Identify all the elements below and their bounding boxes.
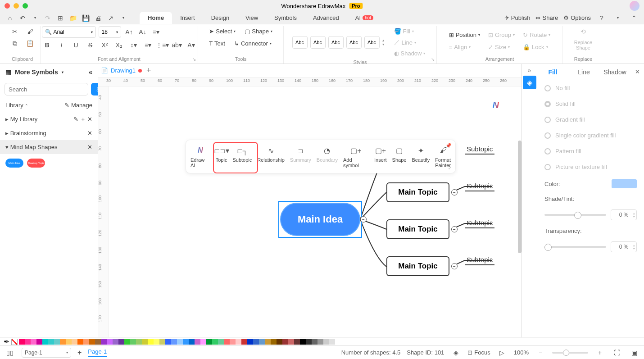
line-tab[interactable]: Line: [568, 68, 599, 76]
color-swatch[interactable]: [288, 339, 294, 345]
color-swatch[interactable]: [224, 339, 230, 345]
collapse-ribbon-icon[interactable]: ⌃: [629, 13, 639, 23]
increase-font-icon[interactable]: A↑: [124, 27, 135, 37]
no-fill-option[interactable]: No fill: [537, 80, 644, 96]
color-swatch[interactable]: [31, 339, 36, 345]
beautify-button[interactable]: ✦Beautify: [412, 144, 430, 163]
color-swatch[interactable]: [218, 339, 224, 345]
position-dropdown[interactable]: ⊞Position▾: [446, 30, 483, 40]
shade-value[interactable]: 0 %: [611, 209, 637, 220]
zoom-in-icon[interactable]: +: [594, 347, 605, 358]
shade-slider[interactable]: [544, 214, 606, 216]
edraw-ai-button[interactable]: NEdraw AI: [190, 144, 210, 168]
subtopic-button[interactable]: ⊏┐Subtopic: [232, 144, 252, 163]
font-color-icon[interactable]: A▾: [186, 40, 197, 50]
add-symbol-button[interactable]: ▢+Add symbol: [343, 144, 369, 168]
share-button[interactable]: ⇔Share: [535, 14, 558, 21]
save-icon[interactable]: 💾: [80, 13, 91, 23]
color-swatch[interactable]: [60, 339, 66, 345]
tab-view[interactable]: View: [237, 12, 266, 24]
tab-home[interactable]: Home: [140, 12, 172, 24]
subscript-icon[interactable]: X₂: [114, 40, 125, 50]
fill-dropdown[interactable]: 🪣Fill▾: [391, 26, 428, 36]
select-tool[interactable]: ➤Select▾: [206, 26, 238, 36]
shadow-tab[interactable]: Shadow: [599, 68, 630, 76]
color-swatch[interactable]: [265, 339, 271, 345]
color-swatch[interactable]: [66, 339, 72, 345]
export-icon[interactable]: ↗: [105, 13, 116, 23]
eyedropper-icon[interactable]: ✒: [4, 337, 9, 346]
page-tab[interactable]: Page-1: [88, 348, 107, 357]
expand-panel-icon[interactable]: »: [528, 67, 531, 74]
tab-symbols[interactable]: Symbols: [266, 12, 305, 24]
style-up-icon[interactable]: ▴: [382, 38, 384, 42]
color-swatch[interactable]: [165, 339, 171, 345]
style-preset-5[interactable]: Abc: [364, 36, 380, 49]
text-case-icon[interactable]: ab▾: [172, 40, 182, 50]
main-topic-node-3[interactable]: Main Topic: [386, 256, 449, 276]
library-row[interactable]: Library ⌃ ✎ Manage: [0, 98, 98, 112]
expand-handle[interactable]: −: [451, 189, 458, 195]
style-down-icon[interactable]: ▾: [382, 42, 384, 46]
main-idea-thumb[interactable]: Main Idea: [5, 159, 23, 168]
color-swatch[interactable]: [323, 339, 329, 345]
color-swatch[interactable]: [83, 339, 89, 345]
color-swatch[interactable]: [253, 339, 259, 345]
tab-advanced[interactable]: Advanced: [305, 12, 347, 24]
transparency-value[interactable]: 0 %: [611, 241, 637, 252]
color-swatch[interactable]: [300, 339, 306, 345]
new-icon[interactable]: ⊞: [55, 13, 66, 23]
color-swatch[interactable]: [107, 339, 113, 345]
qat-dropdown-icon[interactable]: ▾: [118, 13, 129, 23]
boundary-button[interactable]: ◔Boundary: [317, 144, 338, 163]
strike-icon[interactable]: S: [85, 40, 96, 50]
close-icon[interactable]: ✕: [87, 130, 92, 136]
redo-icon[interactable]: ↷: [42, 13, 53, 23]
color-swatch[interactable]: [142, 339, 148, 345]
color-swatch[interactable]: [159, 339, 165, 345]
add-page-icon[interactable]: +: [77, 349, 82, 357]
align-dropdown[interactable]: ≡Align▾: [446, 42, 483, 52]
undo-icon[interactable]: ↶: [17, 13, 28, 23]
user-avatar[interactable]: [630, 1, 639, 11]
color-swatch[interactable]: [19, 339, 25, 345]
page-select[interactable]: Page-1▾: [22, 348, 71, 358]
more-symbols-label[interactable]: More Symbols: [15, 68, 58, 76]
open-icon[interactable]: 📁: [68, 13, 78, 23]
edit-icon[interactable]: ✎: [73, 116, 78, 123]
color-swatch[interactable]: [36, 339, 42, 345]
font-family-select[interactable]: 🔍Arial▾: [42, 26, 96, 38]
format-panel-button[interactable]: ◈: [523, 76, 536, 89]
color-swatch[interactable]: [136, 339, 142, 345]
bold-icon[interactable]: B: [42, 40, 53, 50]
align-icon[interactable]: ≡▾: [151, 27, 162, 37]
text-height-icon[interactable]: ↕▾: [128, 40, 139, 50]
color-swatch[interactable]: [171, 339, 177, 345]
picture-fill-option[interactable]: Picture or texture fill: [537, 159, 644, 175]
line-spacing-icon[interactable]: ≡▾: [143, 40, 154, 50]
styles-launcher-icon[interactable]: ↘: [431, 57, 435, 62]
color-swatch[interactable]: [294, 339, 300, 345]
undo-dropdown-icon[interactable]: ▾: [30, 13, 41, 23]
plus-icon[interactable]: +: [81, 116, 85, 123]
color-swatch[interactable]: [195, 339, 200, 345]
single-gradient-option[interactable]: Single color gradient fill: [537, 127, 644, 143]
help-dropdown-icon[interactable]: ▾: [612, 13, 623, 23]
close-icon[interactable]: ✕: [87, 144, 92, 150]
underline-icon[interactable]: U: [71, 40, 82, 50]
copy-icon[interactable]: ⧉: [9, 38, 20, 49]
doc-tab-drawing1[interactable]: 📄 Drawing1: [101, 67, 142, 74]
color-swatch[interactable]: [54, 339, 60, 345]
color-swatch[interactable]: [124, 339, 130, 345]
color-swatch[interactable]: [271, 339, 277, 345]
color-swatch[interactable]: [206, 339, 212, 345]
home-icon[interactable]: ⌂: [5, 13, 15, 23]
zoom-out-icon[interactable]: −: [535, 347, 546, 358]
add-tab-button[interactable]: +: [146, 66, 151, 75]
focus-button[interactable]: ⊡Focus: [467, 349, 490, 356]
cut-icon[interactable]: ✂: [9, 26, 20, 37]
lock-dropdown[interactable]: 🔒Lock▾: [520, 42, 553, 52]
close-icon[interactable]: ✕: [87, 116, 92, 123]
superscript-icon[interactable]: X²: [100, 40, 110, 50]
brainstorming-row[interactable]: ▸ Brainstorming ✕: [0, 126, 98, 140]
